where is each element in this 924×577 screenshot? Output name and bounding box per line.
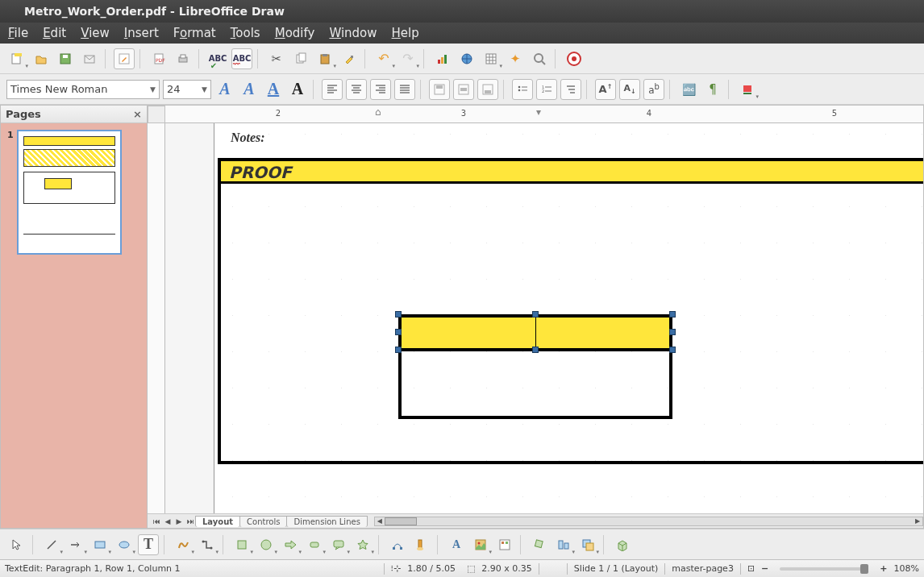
cut-button[interactable]: ✂ [266, 48, 287, 69]
connector-tool[interactable] [197, 534, 218, 555]
character-button[interactable]: 🔤 [678, 79, 699, 100]
proof-frame[interactable]: PROOF [218, 158, 923, 464]
save-button[interactable] [55, 48, 76, 69]
justify-button[interactable] [394, 79, 415, 100]
valign-top-button[interactable] [429, 79, 450, 100]
underline-button[interactable]: A [263, 79, 284, 100]
help-button[interactable] [564, 48, 585, 69]
alignment-tool[interactable] [553, 534, 574, 555]
selection-handle[interactable] [669, 311, 676, 318]
font-name-combo[interactable]: Times New Roman ▼ [6, 80, 160, 99]
export-pdf-button[interactable]: PDF [148, 48, 169, 69]
selection-handle[interactable] [669, 347, 676, 353]
curve-tool[interactable] [173, 534, 194, 555]
gallery-tool[interactable] [494, 534, 515, 555]
menu-insert[interactable]: Insert [124, 26, 159, 40]
arrange-tool[interactable] [577, 534, 598, 555]
effects-tool[interactable] [529, 534, 550, 555]
superscript-button[interactable]: ab [643, 79, 664, 100]
selection-handle[interactable] [669, 329, 676, 335]
block-arrows-tool[interactable] [280, 534, 301, 555]
line-tool[interactable] [41, 534, 62, 555]
new-button[interactable] [6, 48, 27, 69]
tab-layout[interactable]: Layout [195, 516, 240, 527]
hyperlink-button[interactable] [456, 48, 477, 69]
align-right-button[interactable] [370, 79, 391, 100]
decrease-font-button[interactable]: A↓ [619, 79, 640, 100]
scrollbar-thumb[interactable] [385, 517, 417, 525]
rectangle-tool[interactable] [89, 534, 110, 555]
selection-handle[interactable] [395, 347, 402, 353]
menu-help[interactable]: Help [392, 26, 419, 40]
edit-file-button[interactable] [114, 48, 135, 69]
zoom-slider-knob[interactable] [860, 564, 868, 574]
tab-controls[interactable]: Controls [239, 516, 287, 527]
outline-button[interactable] [560, 79, 581, 100]
selected-table[interactable] [398, 314, 672, 419]
status-slide[interactable]: Slide 1 / 1 (Layout) [574, 563, 659, 574]
print-button[interactable] [173, 48, 194, 69]
format-paintbrush-button[interactable] [339, 48, 360, 69]
italic-button[interactable]: A [239, 79, 260, 100]
menu-modify[interactable]: Modify [275, 26, 315, 40]
navigator-button[interactable]: ✦ [505, 48, 526, 69]
table-button[interactable] [481, 48, 502, 69]
flowchart-tool[interactable] [304, 534, 325, 555]
tab-nav-first[interactable]: ⏮ [151, 517, 162, 525]
increase-font-button[interactable]: A↑ [595, 79, 616, 100]
bold-button[interactable]: A [214, 79, 235, 100]
redo-button[interactable]: ↷ [397, 48, 418, 69]
auto-spellcheck-button[interactable]: ABC〰 [231, 48, 252, 69]
symbol-shapes-tool[interactable] [256, 534, 277, 555]
menu-edit[interactable]: Edit [43, 26, 66, 40]
open-button[interactable] [31, 48, 52, 69]
page[interactable]: Notes: PROOF [214, 123, 923, 513]
selection-handle[interactable] [395, 311, 402, 318]
zoom-slider[interactable] [780, 567, 868, 571]
chart-button[interactable] [432, 48, 453, 69]
status-master[interactable]: master-page3 [672, 563, 734, 574]
zoom-button[interactable] [529, 48, 550, 69]
tab-dimension-lines[interactable]: Dimension Lines [286, 516, 367, 527]
zoom-in-icon[interactable]: + [880, 563, 887, 574]
extrusion-tool[interactable] [612, 534, 633, 555]
font-color-button[interactable]: A [287, 79, 308, 100]
selection-handle[interactable] [532, 347, 539, 353]
fontwork-tool[interactable]: A [446, 534, 467, 555]
spellcheck-button[interactable]: ABC✔ [207, 48, 228, 69]
stars-tool[interactable] [352, 534, 373, 555]
menu-window[interactable]: Window [329, 26, 377, 40]
align-center-button[interactable] [346, 79, 367, 100]
tab-nav-prev[interactable]: ◀ [162, 517, 173, 525]
tab-nav-last[interactable]: ⏭ [185, 517, 196, 525]
close-icon[interactable]: × [133, 108, 142, 120]
vertical-ruler[interactable] [148, 123, 165, 513]
drawing-canvas[interactable]: Notes: PROOF [165, 123, 923, 513]
horizontal-ruler[interactable]: ⌂ ▾ 2 3 4 5 [165, 106, 923, 123]
menu-view[interactable]: View [81, 26, 110, 40]
text-tool[interactable]: T [138, 534, 159, 555]
tab-nav-next[interactable]: ▶ [173, 517, 185, 525]
align-left-button[interactable] [322, 79, 343, 100]
selection-handle[interactable] [395, 329, 402, 335]
valign-bottom-button[interactable] [477, 79, 498, 100]
selection-handle[interactable] [532, 311, 539, 318]
menu-tools[interactable]: Tools [231, 26, 260, 40]
points-tool[interactable] [387, 534, 408, 555]
copy-button[interactable] [290, 48, 311, 69]
pages-thumbnails[interactable]: 1 [1, 123, 147, 528]
zoom-fit-icon[interactable]: ⊡ [747, 563, 755, 574]
email-button[interactable] [79, 48, 100, 69]
callouts-tool[interactable] [328, 534, 349, 555]
bullets-button[interactable] [512, 79, 533, 100]
zoom-out-icon[interactable]: − [761, 563, 768, 574]
page-thumbnail-1[interactable] [17, 130, 122, 255]
basic-shapes-tool[interactable] [231, 534, 252, 555]
menu-file[interactable]: File [8, 26, 28, 40]
proof-header[interactable]: PROOF [221, 161, 923, 184]
valign-center-button[interactable] [453, 79, 474, 100]
undo-button[interactable]: ↶ [373, 48, 394, 69]
menu-format[interactable]: Format [173, 26, 216, 40]
paragraph-button[interactable]: ¶ [702, 79, 723, 100]
select-tool[interactable] [6, 534, 27, 555]
